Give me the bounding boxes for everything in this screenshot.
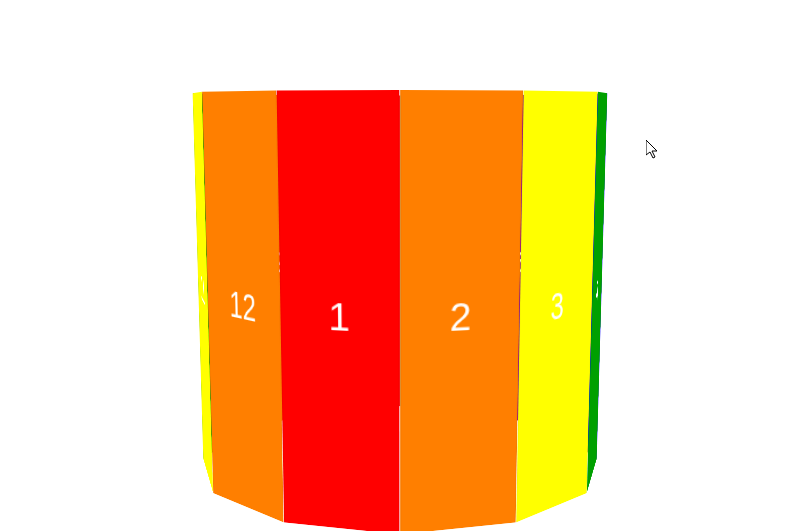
carousel-panel-3[interactable]: 3 xyxy=(516,91,598,523)
panel-label: 12 xyxy=(229,282,256,331)
cursor-icon xyxy=(646,140,662,160)
carousel-panel-2[interactable]: 2 xyxy=(400,91,523,531)
panel-label: 11 xyxy=(200,267,205,314)
panel-label: 1 xyxy=(328,293,350,340)
panel-label: 4 xyxy=(596,268,599,311)
panel-label: 3 xyxy=(550,283,564,330)
panel-label: 2 xyxy=(450,293,472,340)
carousel-panel-1[interactable]: 1 xyxy=(277,91,400,531)
carousel-scene: 1 2 3 4 5 6 7 8 9 10 11 12 xyxy=(400,281,401,282)
carousel-panel-12[interactable]: 12 xyxy=(202,91,284,523)
